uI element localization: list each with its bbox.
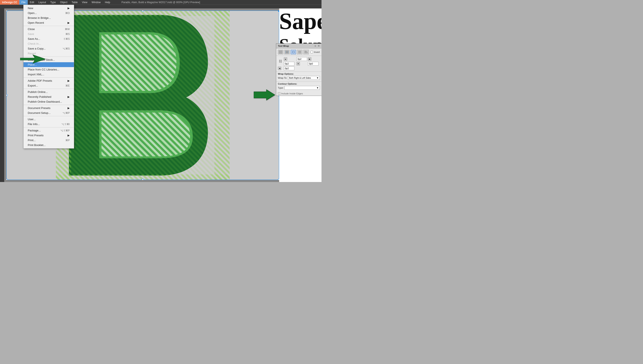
wrap-icons-row: Invert <box>276 48 322 56</box>
wrap-bounding-box-button[interactable] <box>284 50 290 54</box>
contour-options-section: Contour Options: Type: ▼ <box>276 82 322 92</box>
separator-5 <box>24 105 74 105</box>
menu-item-recently-published[interactable]: Recently Published ▶ <box>24 94 74 99</box>
panel-title-text: Text Wrap <box>278 45 289 47</box>
menu-item-recently-published-label: Recently Published <box>28 95 51 98</box>
menu-item-place-cc-label: Place from CC Libraries... <box>28 68 59 71</box>
menu-item-pdf-presets-label: Adobe PDF Presets <box>28 79 52 82</box>
menu-item-open-label: Open... <box>28 12 37 14</box>
menu-item-export[interactable]: Export... ⌘E <box>24 83 74 88</box>
menu-item-open-recent-label: Open Recent <box>28 21 44 24</box>
menu-item-doc-setup-label: Document Setup... <box>28 111 51 114</box>
menu-item-package[interactable]: Package... ⌥⇧⌘P <box>24 128 74 133</box>
wrap-jump-over-button[interactable] <box>297 50 302 54</box>
invert-label: Invert <box>314 51 320 53</box>
wrap-to-row: Wrap To: Both Right & Left Sides ▼ <box>278 76 320 80</box>
menu-item-search-stock-label: Search Adobe Stock... <box>28 58 55 61</box>
ruler-corner <box>0 5 4 9</box>
invert-row: Invert <box>310 51 320 53</box>
menu-item-file-info-shortcut: ⌥⇧⌘I <box>61 123 70 126</box>
menu-item-check-in: Check In... <box>24 41 74 46</box>
menu-item-print-presets-label: Print Presets <box>28 134 44 137</box>
panel-title: Text Wrap <box>278 45 289 47</box>
wrap-to-select[interactable]: Both Right & Left Sides ▼ <box>288 76 320 80</box>
menu-item-import-xml[interactable]: Import XML... <box>24 72 74 77</box>
menu-item-print-presets[interactable]: Print Presets ▶ <box>24 133 74 138</box>
chain-link-icon[interactable]: ⛓ <box>278 60 283 63</box>
menu-item-new[interactable]: New ▶ <box>24 6 74 10</box>
menu-item-save-as-label: Save As... <box>28 37 40 40</box>
svg-rect-7 <box>214 10 230 180</box>
menu-item-place-cc[interactable]: Place from CC Libraries... <box>24 67 74 72</box>
panel-menu-button[interactable]: ≡ <box>314 44 316 48</box>
menu-item-print-booklet[interactable]: Print Booklet... <box>24 143 74 148</box>
svg-rect-14 <box>286 52 288 53</box>
menu-item-user[interactable]: User... <box>24 117 74 122</box>
menu-item-place[interactable]: Place... <box>24 62 74 67</box>
right-offset-input[interactable] <box>284 62 294 66</box>
invert-checkbox[interactable] <box>310 51 313 53</box>
top-offset-icon: ▲ <box>284 57 287 61</box>
right-offset-icon: ▶ <box>308 57 311 61</box>
menu-layout[interactable]: Layout <box>36 0 48 5</box>
menu-item-save-as-shortcut: ⇧⌘S <box>63 38 70 40</box>
wrap-to-value: Both Right & Left Sides <box>289 77 311 79</box>
svg-rect-19 <box>298 51 301 52</box>
app-name[interactable]: InDesign CC <box>0 0 19 5</box>
bottom-offset-input[interactable] <box>308 62 318 66</box>
menu-file[interactable]: File <box>19 0 28 5</box>
menu-type[interactable]: Type <box>48 0 58 5</box>
menu-item-check-in-label: Check In... <box>28 42 41 45</box>
wrap-none-button[interactable] <box>278 50 283 54</box>
menu-item-publish-online[interactable]: Publish Online... <box>24 90 74 94</box>
menu-item-publish-dashboard[interactable]: Publish Online Dashboard... <box>24 99 74 104</box>
menu-item-export-shortcut: ⌘E <box>66 84 70 87</box>
menu-edit[interactable]: Edit <box>28 0 37 5</box>
menu-item-save-copy-shortcut: ⌥⌘S <box>63 47 70 50</box>
panel-close-button[interactable]: ✕ <box>318 44 320 48</box>
menu-item-browse[interactable]: Browse in Bridge... <box>24 16 74 20</box>
menu-view[interactable]: View <box>80 0 90 5</box>
top-offset-input[interactable] <box>296 57 307 61</box>
menu-help[interactable]: Help <box>103 0 112 5</box>
menu-item-open-shortcut: ⌘O <box>65 12 70 14</box>
inside-edges-checkbox[interactable] <box>278 92 280 95</box>
menu-item-browse-label: Browse in Bridge... <box>28 16 51 20</box>
menu-item-doc-presets-label: Document Presets <box>28 106 50 110</box>
menu-item-open-recent-arrow: ▶ <box>68 21 70 24</box>
wrap-to-label: Wrap To: <box>278 76 287 79</box>
svg-rect-15 <box>285 51 286 53</box>
separator-1 <box>24 26 74 26</box>
contour-options-label: Contour Options: <box>278 82 320 85</box>
menu-item-save-copy[interactable]: Save a Copy... ⌥⌘S <box>24 46 74 51</box>
menu-item-doc-setup-shortcut: ⌥⌘P <box>63 112 70 114</box>
wrap-next-column-button[interactable] <box>303 50 309 54</box>
menu-item-pdf-presets[interactable]: Adobe PDF Presets ▶ <box>24 78 74 83</box>
menu-item-close[interactable]: Close ⌘W <box>24 27 74 32</box>
menu-item-place-label: Place... <box>28 63 37 66</box>
menu-item-doc-setup[interactable]: Document Setup... ⌥⌘P <box>24 110 74 115</box>
menu-item-search-stock[interactable]: Search Adobe Stock... <box>24 57 74 62</box>
menu-item-print[interactable]: Print... ⌘P <box>24 138 74 143</box>
menu-item-print-shortcut: ⌘P <box>66 139 70 142</box>
menu-window[interactable]: Window <box>90 0 103 5</box>
type-select[interactable]: ▼ <box>284 86 320 90</box>
menu-item-file-info[interactable]: File Info... ⌥⇧⌘I <box>24 122 74 126</box>
wrap-object-shape-button[interactable] <box>290 50 296 54</box>
menu-item-user-label: User... <box>28 118 36 121</box>
menu-item-open[interactable]: Open... ⌘O <box>24 10 74 16</box>
menu-item-save-as[interactable]: Save As... ⇧⌘S <box>24 36 74 41</box>
menu-item-close-label: Close <box>28 28 35 31</box>
panel-fields: ▲ ⛓ ▶ ▼ ◀ <box>276 56 322 72</box>
svg-point-18 <box>293 52 294 53</box>
left-offset-input[interactable] <box>284 66 294 70</box>
bottom-offset-icon: ▼ <box>296 62 300 66</box>
menu-item-doc-presets[interactable]: Document Presets ▶ <box>24 106 74 110</box>
menu-item-revert: Revert <box>24 51 74 56</box>
svg-rect-12 <box>279 51 282 53</box>
menu-item-open-recent[interactable]: Open Recent ▶ <box>24 20 74 25</box>
menu-table[interactable]: Table <box>70 0 80 5</box>
svg-rect-16 <box>288 51 288 53</box>
menu-object[interactable]: Object <box>58 0 70 5</box>
menu-item-doc-presets-arrow: ▶ <box>68 106 70 110</box>
